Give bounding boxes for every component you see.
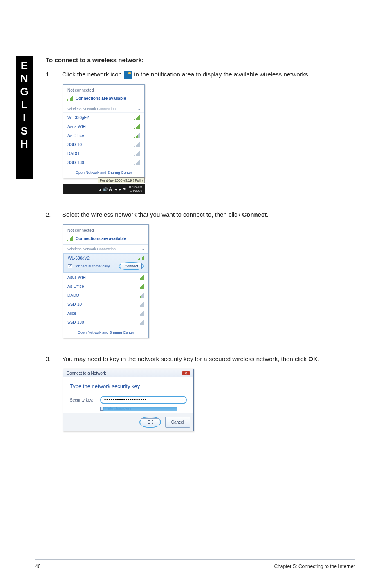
security-key-row: Security key: •••••••••••••••••••• <box>70 396 187 404</box>
step-number: 2. <box>46 210 62 219</box>
step3-text-post: . <box>318 355 319 362</box>
dialog-prompt: Type the network security key <box>70 383 187 389</box>
step-body: Select the wireless network that you wan… <box>62 210 361 219</box>
connections-available-label: Connections are available <box>76 236 126 241</box>
network-row-selected[interactable]: WL-530gV2 ✓ Connect automatically Connec… <box>63 253 148 273</box>
ssid-label: DADO <box>67 293 79 298</box>
step-body: Click the network icon in the notificati… <box>62 70 361 79</box>
network-row[interactable]: Alice <box>63 309 148 318</box>
open-network-center-link[interactable]: Open Network and Sharing Center <box>63 167 144 178</box>
ssid-label: SSD-130 <box>67 320 84 325</box>
footer-divider <box>35 559 355 560</box>
dialog-title-text: Connect to a Network <box>67 371 106 375</box>
page-content: To connect to a wireless network: 1. Cli… <box>46 56 361 431</box>
ssid-label: SSD-130 <box>67 160 84 165</box>
signal-icon <box>139 311 144 316</box>
chevron-up-icon: ▴ <box>138 107 140 111</box>
wireless-section-label: Wireless Network Connection ▴ <box>63 104 144 113</box>
wireless-section-label: Wireless Network Connection ▴ <box>63 245 148 253</box>
signal-icon <box>138 256 144 260</box>
hide-characters-label: Hide characters <box>105 406 131 411</box>
connect-button[interactable]: Connect <box>121 263 142 269</box>
ssid-label: SSD-10 <box>67 142 82 147</box>
network-row[interactable]: SSD-10 <box>63 140 144 149</box>
ok-button[interactable]: OK <box>141 418 159 426</box>
ssid-label: SSD-10 <box>67 302 82 307</box>
wireless-section-text: Wireless Network Connection <box>67 247 116 251</box>
ssid-label: Asus-WIFI <box>67 124 87 129</box>
section-heading: To connect to a wireless network: <box>46 56 361 63</box>
signal-icon <box>139 293 144 298</box>
step3-text-pre: You may need to key in the network secur… <box>62 355 308 362</box>
network-row[interactable]: SSD-130 <box>63 318 148 327</box>
clock-time: 10:35 AM <box>128 185 142 189</box>
signal-icon <box>134 115 140 120</box>
connect-auto-checkbox[interactable]: ✓ Connect automatically <box>68 264 110 268</box>
ssid-label: WL-330gE2 <box>67 115 89 120</box>
checkbox-icon: ✓ <box>68 264 72 268</box>
network-row[interactable]: DADO <box>63 149 144 158</box>
network-row[interactable]: Asus-WIFI <box>63 273 148 282</box>
page-number: 46 <box>35 563 40 569</box>
signal-icon <box>134 124 140 129</box>
network-row[interactable]: SSD-130 <box>63 158 144 167</box>
step-number: 1. <box>46 70 62 79</box>
signal-icon <box>67 236 73 241</box>
step-1: 1. Click the network icon in the notific… <box>46 70 361 79</box>
chapter-label: Chapter 5: Connecting to the Internet <box>274 563 355 569</box>
security-key-label: Security key: <box>70 398 96 402</box>
flyout-shell: Not connected Connections are available … <box>63 224 149 338</box>
flyout-header: Not connected <box>63 85 144 94</box>
signal-icon <box>134 151 140 156</box>
wireless-section-text: Wireless Network Connection <box>67 107 116 111</box>
signal-icon <box>134 142 140 147</box>
dialog-shell: Connect to a Network ✕ Type the network … <box>63 369 194 431</box>
network-row[interactable]: As Office <box>63 131 144 140</box>
signal-icon <box>139 275 144 280</box>
network-row[interactable]: WL-330gE2 <box>63 113 144 122</box>
connections-available-row: Connections are available <box>63 94 144 104</box>
open-network-center-link[interactable]: Open Network and Sharing Center <box>63 327 148 338</box>
step-number: 3. <box>46 355 62 363</box>
network-row[interactable]: Asus-WIFI <box>63 122 144 131</box>
taskbar: ▴ 🔊 🖧 ◄ ▸ ⚑ 10:35 AM 9/4/2009 <box>63 184 145 194</box>
step-3: 3. You may need to key in the network se… <box>46 355 361 363</box>
cancel-button[interactable]: Cancel <box>165 417 190 428</box>
flyout-shell: Not connected Connections are available … <box>63 84 145 178</box>
dialog-footer: OK Cancel <box>63 413 193 431</box>
connect-auto-label: Connect automatically <box>74 264 110 268</box>
ssid-label: As Office <box>67 284 84 289</box>
network-row[interactable]: SSD-10 <box>63 300 148 309</box>
tray-tooltip: PointKey 2000 v5.19 ( Full ) <box>98 177 145 183</box>
clock-date: 9/4/2009 <box>128 189 142 193</box>
step3-bold: OK <box>308 355 318 362</box>
signal-icon <box>134 160 140 165</box>
step2-bold: Connect <box>242 211 267 218</box>
step1-text-pre: Click the network icon <box>62 71 123 78</box>
signal-icon <box>139 320 144 325</box>
network-row[interactable]: As Office <box>63 282 148 291</box>
page-footer: 46 Chapter 5: Connecting to the Internet <box>35 563 355 569</box>
security-key-input[interactable]: •••••••••••••••••••• <box>100 396 187 404</box>
ssid-label: As Office <box>67 133 84 138</box>
step-2: 2. Select the wireless network that you … <box>46 210 361 219</box>
step2-text-post: . <box>267 211 268 218</box>
step1-text-post: in the notification area to display the … <box>134 71 309 78</box>
not-connected-label: Not connected <box>67 228 144 233</box>
hide-characters-row[interactable]: Hide characters <box>100 406 187 411</box>
signal-icon <box>67 96 73 101</box>
signal-icon <box>139 302 144 307</box>
language-tab: ENGLISH <box>16 56 33 179</box>
wifi-flyout-2: Not connected Connections are available … <box>63 224 361 338</box>
connections-available-label: Connections are available <box>76 96 126 101</box>
close-icon[interactable]: ✕ <box>182 371 190 375</box>
signal-icon <box>139 284 144 289</box>
ssid-label: Alice <box>67 311 76 316</box>
network-tray-icon <box>124 71 132 79</box>
highlight-circle: OK <box>139 417 161 428</box>
dialog-titlebar: Connect to a Network ✕ <box>63 369 193 377</box>
step2-text-pre: Select the wireless network that you wan… <box>62 211 242 218</box>
chevron-up-icon: ▴ <box>142 247 144 251</box>
network-row[interactable]: DADO <box>63 291 148 300</box>
flyout-header: Not connected <box>63 225 148 234</box>
